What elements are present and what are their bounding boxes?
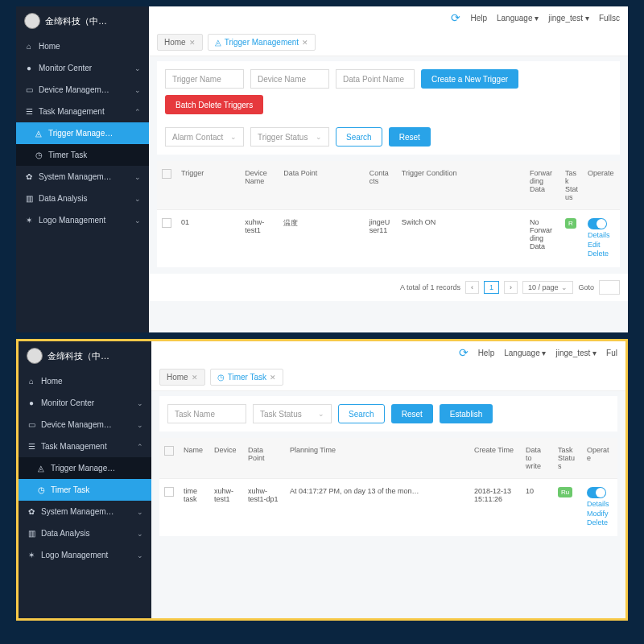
nav-trigger[interactable]: ◬Trigger Manage… [16,122,149,144]
reset-button[interactable]: Reset [391,404,433,423]
nav-data[interactable]: ▥Data Analysis⌄ [16,188,149,209]
select-all-checkbox[interactable] [162,169,171,179]
nav-logo-label: Logo Management [39,216,105,225]
close-icon[interactable]: ✕ [189,39,196,47]
nav-home[interactable]: ⌂Home [19,370,151,392]
search-button[interactable]: Search [336,127,382,147]
cell-condition: Switch ON [397,210,525,268]
sidebar: 金缔科技（中… ⌂Home ●Monitor Center⌄ ▭Device M… [19,341,151,618]
refresh-icon[interactable]: ⟳ [451,11,460,24]
nav-device[interactable]: ▭Device Managem…⌄ [19,414,151,436]
help-link[interactable]: Help [470,14,487,23]
timer-icon: ◷ [217,373,225,382]
cell-datapoint: xuhw-test1-dp1 [243,479,285,537]
task-name-input[interactable]: Task Name [167,404,246,423]
brand-title: 金缔科技（中… [45,15,107,27]
chevron-down-icon: ⌄ [134,86,141,94]
delete-link[interactable]: Delete [587,518,613,528]
device-name-input[interactable]: Device Name [250,69,329,89]
nav-monitor[interactable]: ●Monitor Center⌄ [19,392,151,414]
trigger-status-select[interactable]: Trigger Status⌄ [250,127,329,147]
chevron-down-icon: ⌄ [137,508,143,516]
col-condition: Trigger Condition [397,161,525,210]
language-dropdown[interactable]: Language ▾ [504,349,546,357]
task-icon: ☰ [27,442,36,451]
nav-system[interactable]: ✿System Managem…⌄ [16,166,149,188]
trigger-icon: ◬ [34,129,43,138]
pager-prev[interactable]: ‹ [465,281,479,294]
nav-timer[interactable]: ◷Timer Task [16,144,149,166]
edit-link[interactable]: Edit [588,241,615,250]
tab-home[interactable]: Home✕ [159,369,205,386]
nav-data[interactable]: ▥Data Analysis⌄ [19,522,151,544]
tab-trigger[interactable]: ◬Trigger Management✕ [208,34,316,51]
monitor-icon: ● [24,64,34,72]
establish-button[interactable]: Establish [440,404,493,423]
tab-home[interactable]: Home✕ [157,34,203,51]
pager-size-select[interactable]: 10 / page⌄ [522,281,574,294]
row-toggle[interactable] [588,218,607,229]
cell-forwarding: No Forwarding Data [525,210,560,268]
table-header-row: Name Device Data Point Planning Time Cre… [159,438,617,479]
nav-task[interactable]: ☰Task Management⌃ [19,436,151,457]
task-status-select[interactable]: Task Status⌄ [253,404,332,423]
nav-home-label: Home [39,42,60,51]
main: ⟳ Help Language ▾ jinge_test ▾ Fullsc Ho… [149,6,628,332]
home-icon: ⌂ [24,42,34,51]
close-icon[interactable]: ✕ [192,374,198,382]
cell-contacts: jingeUser11 [365,210,397,268]
pager-page[interactable]: 1 [484,281,499,294]
col-status: Task Status [560,161,583,210]
trigger-name-input[interactable]: Trigger Name [165,69,244,89]
create-trigger-button[interactable]: Create a New Trigger [421,69,518,89]
row-checkbox[interactable] [162,218,171,228]
reset-button[interactable]: Reset [389,127,431,147]
user-dropdown[interactable]: jinge_test ▾ [556,349,597,357]
col-planning: Planning Time [285,438,469,479]
details-link[interactable]: Details [588,231,615,241]
row-checkbox[interactable] [164,487,174,497]
nav-device[interactable]: ▭Device Managem…⌄ [16,79,149,101]
nav-task[interactable]: ☰Task Management⌃ [16,101,149,122]
nav-timer[interactable]: ◷Timer Task [19,479,151,501]
fullscreen-link[interactable]: Ful [606,349,617,357]
brand-title: 金缔科技（中… [47,350,109,362]
pagination: A total of 1 records ‹ 1 › 10 / page⌄ Go… [149,274,628,301]
nav-system[interactable]: ✿System Managem…⌄ [19,501,151,522]
pager-goto-label: Goto [578,283,594,291]
batch-delete-button[interactable]: Batch Delete Triggers [165,95,263,114]
fullscreen-link[interactable]: Fullsc [599,14,620,23]
data-point-input[interactable]: Data Point Name [336,69,415,89]
sidebar: 金缔科技（中… ⌂Home ●Monitor Center⌄ ▭Device M… [16,6,149,332]
refresh-icon[interactable]: ⟳ [459,346,469,359]
gear-icon: ✿ [24,172,34,181]
search-button[interactable]: Search [338,404,385,423]
alarm-contact-select[interactable]: Alarm Contact⌄ [165,127,244,147]
tab-timer[interactable]: ◷Timer Task✕ [210,369,283,386]
close-icon[interactable]: ✕ [302,39,308,47]
pager-goto-input[interactable] [599,280,620,295]
nav-logo[interactable]: ✶Logo Management⌄ [16,209,149,231]
col-name: Name [179,438,209,479]
nav-trigger[interactable]: ◬Trigger Manage… [19,457,151,479]
chevron-down-icon: ⌄ [230,133,237,141]
table-header-row: Trigger Device Name Data Point Contacts … [157,161,620,210]
language-dropdown[interactable]: Language ▾ [497,14,539,23]
tab-trigger-label: Trigger Management [225,38,299,47]
nav-home[interactable]: ⌂Home [16,35,149,57]
tabs: Home✕ ◬Trigger Management✕ [149,29,628,56]
nav-logo[interactable]: ✶Logo Management⌄ [19,544,151,566]
help-link[interactable]: Help [478,349,495,357]
modify-link[interactable]: Modify [587,510,613,519]
col-operate: Operate [583,161,620,210]
delete-link[interactable]: Delete [588,250,615,259]
details-link[interactable]: Details [587,500,613,510]
row-toggle[interactable] [587,487,606,498]
select-all-checkbox[interactable] [164,446,174,456]
nav-monitor[interactable]: ●Monitor Center⌄ [16,57,149,79]
user-dropdown[interactable]: jinge_test ▾ [548,14,589,23]
timer-table: Name Device Data Point Planning Time Cre… [159,438,617,536]
device-icon: ▭ [27,420,36,429]
pager-next[interactable]: › [504,281,518,294]
close-icon[interactable]: ✕ [270,374,276,382]
